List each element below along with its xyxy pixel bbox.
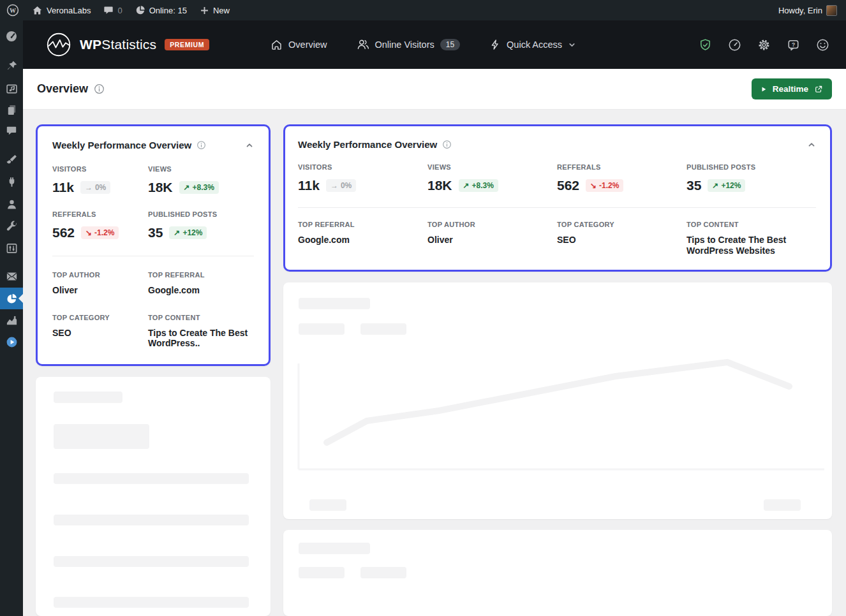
- my-account-menu[interactable]: Howdy, Erin: [778, 5, 837, 16]
- main-area: WPStatistics PREMIUM Overview Online Vis…: [23, 20, 846, 616]
- site-name-menu[interactable]: VeronaLabs: [32, 5, 91, 16]
- dashboard-icon: [5, 30, 18, 43]
- chevron-up-icon: [807, 140, 816, 149]
- skeleton-bar: [54, 556, 249, 567]
- trend-badge: ↗+12%: [169, 226, 207, 239]
- comments-menu[interactable]: 0: [103, 5, 122, 15]
- wps-nav: Overview Online Visitors 15 Quick Access: [271, 38, 576, 51]
- top-block: TOP CATEGORY SEO: [557, 221, 686, 256]
- pie-icon: [135, 5, 145, 15]
- premium-badge: PREMIUM: [165, 39, 209, 50]
- nav-item-quick-access[interactable]: Quick Access: [489, 39, 576, 50]
- sidebar-item-media[interactable]: [0, 78, 23, 99]
- trend-badge: ↘-1.2%: [81, 226, 119, 239]
- howdy-text: Howdy, Erin: [778, 6, 822, 15]
- skeleton-chip: [360, 567, 406, 578]
- skeleton-line-chart: [296, 359, 826, 477]
- info-icon[interactable]: [94, 84, 105, 94]
- gauge-icon[interactable]: [728, 38, 741, 52]
- content-area: Weekly Performance Overview VISITORS 11k…: [23, 110, 846, 616]
- skeleton-bar: [299, 298, 370, 309]
- stats-grid: VISITORS 11k →0% VIEWS 18K ↗+8.3% REFFER…: [52, 165, 254, 240]
- gear-icon[interactable]: [757, 38, 771, 52]
- sidebar-item-analytics[interactable]: [0, 309, 23, 331]
- pie-chart-icon: [6, 293, 18, 305]
- page-title: Overview: [37, 82, 105, 96]
- stat-block: VISITORS 11k →0%: [52, 165, 148, 195]
- sidebar-item-settings[interactable]: [0, 237, 23, 259]
- top-block: TOP CATEGORY SEO: [52, 314, 148, 349]
- skeleton-chip: [299, 323, 345, 335]
- realtime-button[interactable]: Realtime: [752, 78, 832, 99]
- stat-block: REFFERALS 562 ↘-1.2%: [52, 210, 148, 240]
- trend-badge: ↗+8.3%: [459, 179, 498, 192]
- stat-block: PUBLISHED POSTS 35 ↗+12%: [686, 163, 816, 193]
- card-header: Weekly Performance Overview: [52, 140, 254, 150]
- svg-text:?: ?: [792, 41, 795, 47]
- skeleton-bar: [299, 543, 370, 554]
- stat-block: PUBLISHED POSTS 35 ↗+12%: [148, 210, 254, 240]
- trend-badge: →0%: [80, 181, 110, 194]
- info-icon[interactable]: [442, 140, 452, 149]
- loading-widget-card: [283, 530, 832, 616]
- avatar: [826, 5, 837, 16]
- tops-grid: TOP REFERRAL Google.com TOP AUTHOR Olive…: [298, 221, 816, 256]
- stat-block: REFFERALS 562 ↘-1.2%: [557, 163, 686, 193]
- collapse-button[interactable]: [245, 141, 254, 150]
- shield-check-icon[interactable]: [699, 38, 712, 52]
- wps-utility-icons: ?: [699, 38, 829, 52]
- help-icon[interactable]: ?: [787, 38, 800, 52]
- sidebar-item-wp-statistics[interactable]: [0, 288, 23, 309]
- sidebar-item-users[interactable]: [0, 193, 23, 215]
- skeleton-bar: [764, 499, 801, 511]
- stat-block: VIEWS 18K ↗+8.3%: [427, 163, 557, 193]
- skeleton-chip: [299, 567, 345, 578]
- wps-brand[interactable]: WPStatistics PREMIUM: [46, 32, 209, 57]
- stat-block: VIEWS 18K ↗+8.3%: [148, 165, 254, 195]
- divider: [52, 256, 254, 256]
- left-column: Weekly Performance Overview VISITORS 11k…: [36, 124, 271, 616]
- sidebar-item-dashboard[interactable]: [0, 26, 23, 47]
- chevron-up-icon: [245, 141, 254, 150]
- home-icon: [271, 39, 283, 51]
- sidebar-item-tools[interactable]: [0, 216, 23, 237]
- sidebar-item-comments[interactable]: [0, 120, 23, 142]
- sidebar-item-posts[interactable]: [0, 55, 23, 77]
- play-circle-icon: [6, 336, 18, 348]
- paintbrush-icon: [6, 154, 18, 166]
- weekly-performance-card-wide: Weekly Performance Overview VISITORS 11k…: [283, 124, 832, 272]
- plug-icon: [6, 176, 18, 188]
- card-title: Weekly Performance Overview: [298, 139, 437, 150]
- stats-grid: VISITORS 11k →0% VIEWS 18K ↗+8.3% REFFER…: [298, 163, 816, 193]
- wp-admin-bar: W VeronaLabs 0 Online: 15 New Howdy, Eri…: [0, 0, 846, 20]
- nav-item-overview[interactable]: Overview: [271, 39, 327, 51]
- skeleton-chip: [360, 323, 406, 335]
- wordpress-logo-menu[interactable]: W: [6, 4, 19, 17]
- sidebar-item-video[interactable]: [0, 331, 23, 353]
- top-block: TOP REFERRAL Google.com: [148, 271, 254, 296]
- top-block: TOP CONTENT Tips to Create The Best Word…: [148, 314, 254, 349]
- user-icon: [6, 198, 18, 210]
- new-content-menu[interactable]: New: [200, 6, 230, 15]
- admin-bar-left: W VeronaLabs 0 Online: 15 New: [6, 4, 230, 17]
- wp-admin-sidebar: [0, 20, 23, 616]
- media-icon: [6, 83, 18, 95]
- smiley-icon[interactable]: [816, 38, 829, 52]
- online-visitors-menu[interactable]: Online: 15: [135, 5, 187, 15]
- lightning-icon: [489, 39, 501, 50]
- sidebar-item-plugins[interactable]: [0, 171, 23, 193]
- skeleton-block: [54, 424, 149, 449]
- weekly-performance-card-compact: Weekly Performance Overview VISITORS 11k…: [36, 124, 271, 366]
- divider: [298, 207, 816, 208]
- loading-chart-card: [283, 282, 832, 519]
- top-block: TOP AUTHOR Oliver: [427, 221, 557, 256]
- info-icon[interactable]: [197, 140, 206, 150]
- people-icon: [357, 38, 369, 51]
- sidebar-item-appearance[interactable]: [0, 149, 23, 170]
- sidebar-item-pages[interactable]: [0, 99, 23, 121]
- collapse-button[interactable]: [807, 140, 816, 149]
- nav-item-online-visitors[interactable]: Online Visitors 15: [357, 38, 461, 51]
- skeleton-bar: [54, 515, 249, 525]
- sidebar-item-mail[interactable]: [0, 265, 23, 287]
- stat-block: VISITORS 11k →0%: [298, 163, 427, 193]
